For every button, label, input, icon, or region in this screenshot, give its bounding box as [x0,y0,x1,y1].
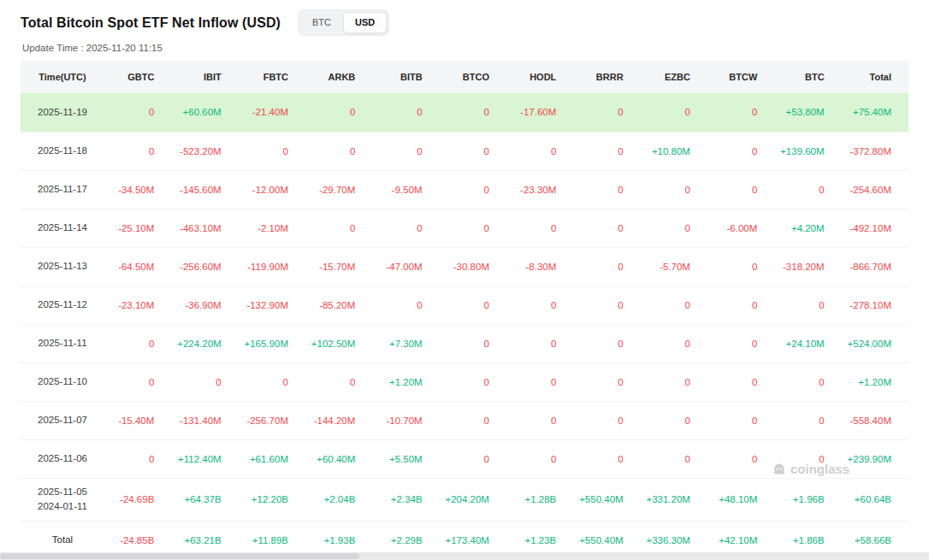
toggle-btc-button[interactable]: BTC [300,12,343,33]
page: Total Bitcoin Spot ETF Net Inflow (USD) … [0,0,929,560]
value-cell: 0 [239,363,305,401]
value-cell: -15.40M [104,401,171,439]
value-cell: -29.70M [305,170,372,209]
value-cell: -2.10M [239,209,305,247]
value-cell: 0 [573,132,640,170]
value-cell: 0 [774,363,841,401]
value-cell: 0 [305,363,372,401]
value-cell: 0 [641,401,707,439]
value-cell: 0 [641,286,707,324]
toggle-usd-button[interactable]: USD [343,12,387,33]
column-header-btcw: BTCW [707,61,774,93]
value-cell: 0 [707,286,774,324]
table-row: 2025-11-052024-01-11-24.69B+64.37B+12.20… [21,478,908,521]
value-cell: 0 [372,132,439,170]
value-cell: -24.69B [104,478,171,521]
value-cell: 0 [506,363,573,401]
table-row: 2025-11-060+112.40M+61.60M+60.40M+5.50M0… [21,439,908,478]
value-cell: 0 [440,363,506,401]
value-cell: 0 [707,132,774,170]
time-cell: 2025-11-07 [21,401,104,439]
value-cell: 0 [774,170,841,209]
value-cell: 0 [707,439,774,478]
table-body: 2025-11-190+60.60M-21.40M000-17.60M000+5… [21,93,908,559]
value-cell: +1.20M [842,363,908,401]
value-cell: 0 [440,324,506,363]
time-cell: 2025-11-12 [21,286,104,324]
value-cell: -254.60M [842,170,908,209]
value-cell: 0 [506,132,573,170]
column-header-gbtc: GBTC [104,61,171,93]
scrollbar-thumb[interactable] [0,553,359,559]
value-cell: -23.30M [506,170,573,209]
value-cell: 0 [573,93,640,132]
value-cell: -9.50M [372,170,439,209]
value-cell: 0 [641,209,707,247]
column-header-arkb: ARKB [305,61,372,93]
value-cell: 0 [707,247,774,286]
value-cell: +61.60M [239,439,305,478]
value-cell: 0 [305,93,372,132]
value-cell: 0 [573,324,640,363]
time-cell: 2025-11-18 [21,132,104,170]
value-cell: +64.37B [171,478,238,521]
value-cell: 0 [104,439,171,478]
column-header-brrr: BRRR [573,61,640,93]
value-cell: -12.00M [239,170,305,209]
value-cell: 0 [104,132,171,170]
value-cell: 0 [707,170,774,209]
column-header-bitb: BITB [372,61,439,93]
value-cell: 0 [641,93,707,132]
column-header-fbtc: FBTC [239,61,305,93]
horizontal-scrollbar[interactable] [0,552,929,560]
value-cell: +60.40M [305,439,372,478]
time-cell: 2025-11-17 [21,170,104,209]
value-cell: 0 [573,247,640,286]
value-cell: 0 [774,286,841,324]
value-cell: -64.50M [104,247,171,286]
value-cell: 0 [440,439,506,478]
column-header-ibit: IBIT [171,61,238,93]
value-cell: -866.70M [842,247,908,286]
value-cell: -523.20M [171,132,238,170]
value-cell: -492.10M [842,209,908,247]
value-cell: +48.10M [707,478,774,521]
value-cell: -36.90M [171,286,238,324]
table-row: 2025-11-110+224.20M+165.90M+102.50M+7.30… [21,324,908,363]
value-cell: 0 [305,132,372,170]
value-cell: 0 [440,286,506,324]
value-cell: 0 [305,209,372,247]
column-header-time-utc: Time(UTC) [21,61,104,93]
value-cell: +7.30M [372,324,439,363]
value-cell: 0 [641,439,707,478]
value-cell: 0 [573,286,640,324]
value-cell: +1.28B [506,478,573,521]
value-cell: -30.80M [440,247,506,286]
table-row: 2025-11-180-523.20M000000+10.80M0+139.60… [21,132,908,170]
value-cell: -463.10M [171,209,238,247]
value-cell: -144.20M [305,401,372,439]
value-cell: -145.60M [171,170,238,209]
value-cell: +139.60M [774,132,841,170]
value-cell: 0 [707,401,774,439]
value-cell: 0 [506,324,573,363]
value-cell: 0 [573,170,640,209]
value-cell: 0 [641,170,707,209]
value-cell: 0 [104,324,171,363]
value-cell: -5.70M [641,247,707,286]
value-cell: 0 [440,132,506,170]
value-cell: +524.00M [842,324,908,363]
value-cell: 0 [774,439,841,478]
value-cell: 0 [171,363,238,401]
table-header-row: Time(UTC)GBTCIBITFBTCARKBBITBBTCOHODLBRR… [21,61,908,93]
value-cell: +60.64B [842,478,908,521]
value-cell: +112.40M [171,439,238,478]
value-cell: +75.40M [842,93,908,132]
value-cell: -256.70M [239,401,305,439]
value-cell: -278.10M [842,286,908,324]
value-cell: 0 [573,439,640,478]
value-cell: +53.80M [774,93,841,132]
value-cell: -131.40M [171,401,238,439]
value-cell: 0 [774,401,841,439]
value-cell: 0 [506,401,573,439]
